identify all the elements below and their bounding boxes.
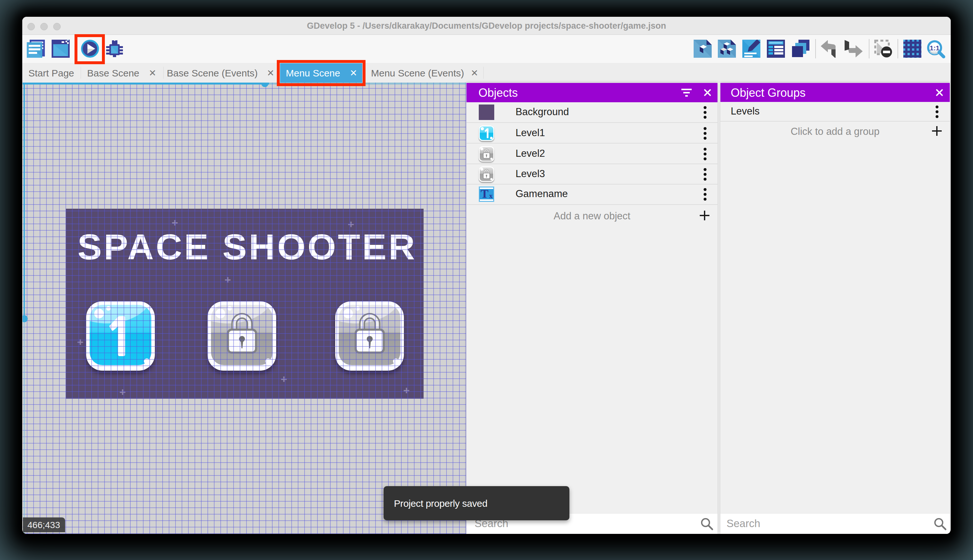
svg-text:1:1: 1:1 [930, 44, 940, 52]
svg-text:SPACE SHOOTER: SPACE SHOOTER [77, 227, 417, 267]
